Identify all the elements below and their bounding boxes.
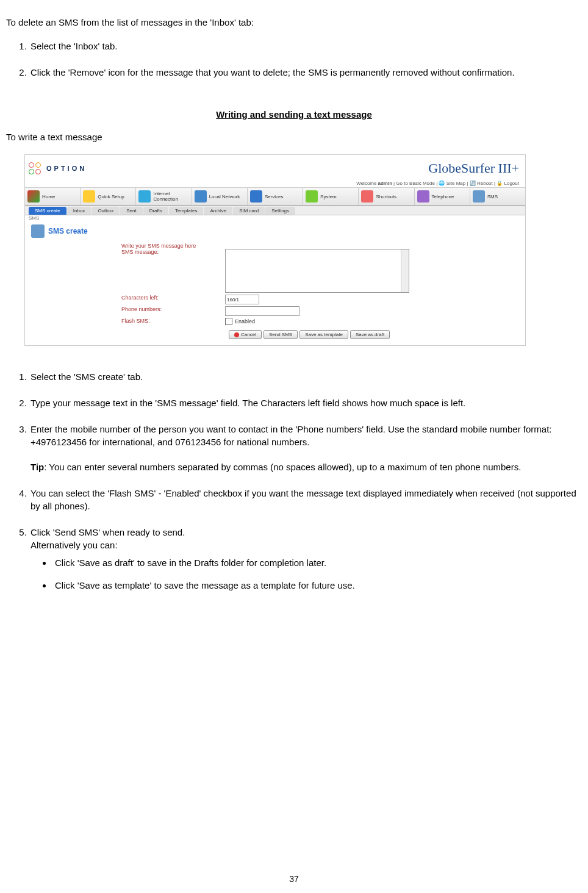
welcome-links[interactable]: | Go to Basic Mode | 🌐 Site Map | 🔄 Rebo… bbox=[393, 181, 519, 186]
sms-icon bbox=[473, 190, 485, 203]
sms-icon bbox=[31, 224, 45, 238]
tab-internet[interactable]: Internet Connection bbox=[136, 188, 192, 205]
network-icon bbox=[195, 190, 207, 203]
ss-header: OPTION GlobeSurfer III+ bbox=[25, 155, 525, 181]
bullet-save-template: Click 'Save as template' to save the mes… bbox=[52, 579, 582, 592]
sms-message-textarea[interactable] bbox=[225, 249, 409, 293]
traffic-dot-icon bbox=[35, 169, 41, 174]
send-sms-button[interactable]: Send SMS bbox=[264, 330, 298, 339]
write-intro: To write a text message bbox=[6, 132, 582, 142]
tab-telephone[interactable]: Telephone bbox=[415, 188, 470, 205]
tab-quick-setup[interactable]: Quick Setup bbox=[81, 188, 136, 205]
subtab-templates[interactable]: Templates bbox=[169, 207, 203, 215]
flash-sms-checkbox[interactable] bbox=[225, 318, 232, 325]
delete-steps-list: Select the 'Inbox' tab. Click the 'Remov… bbox=[6, 40, 582, 79]
welcome-prefix: Welcome bbox=[356, 181, 376, 186]
services-icon bbox=[250, 190, 262, 203]
write-step-3: Enter the mobile number of the person yo… bbox=[29, 423, 582, 473]
write-step-4: You can select the 'Flash SMS' - 'Enable… bbox=[29, 487, 582, 512]
home-icon bbox=[27, 190, 40, 203]
system-icon bbox=[306, 190, 318, 203]
delete-step-1: Select the 'Inbox' tab. bbox=[29, 40, 582, 52]
traffic-dot-icon bbox=[35, 162, 41, 168]
write-steps-list: Select the 'SMS create' tab. Type your m… bbox=[6, 370, 582, 592]
write-step-1: Select the 'SMS create' tab. bbox=[29, 370, 582, 383]
lightning-icon bbox=[83, 190, 95, 203]
phone-icon bbox=[417, 190, 429, 203]
tip-body: : You can enter several numbers separate… bbox=[44, 462, 521, 472]
subtab-settings[interactable]: Settings bbox=[265, 207, 295, 215]
cancel-button[interactable]: Cancel bbox=[229, 330, 262, 339]
save-as-template-button[interactable]: Save as template bbox=[299, 330, 348, 339]
subtab-sent[interactable]: Sent bbox=[120, 207, 142, 215]
tab-home[interactable]: Home bbox=[25, 188, 81, 205]
tip-label: Tip bbox=[30, 462, 44, 472]
tab-local-network[interactable]: Local Network bbox=[192, 188, 248, 205]
write-step-2: Type your message text in the 'SMS messa… bbox=[29, 396, 582, 409]
scrollbar-icon[interactable] bbox=[401, 249, 409, 292]
characters-left-label: Characters left: bbox=[121, 295, 225, 301]
embedded-screenshot: OPTION GlobeSurfer III+ Welcome admin | … bbox=[24, 154, 526, 346]
corner-sms-label: SMS bbox=[25, 215, 525, 221]
section-heading: Writing and sending a text message bbox=[6, 109, 582, 120]
tab-services[interactable]: Services bbox=[248, 188, 303, 205]
subtab-drafts[interactable]: Drafts bbox=[143, 207, 168, 215]
subtab-sim-card[interactable]: SIM card bbox=[233, 207, 265, 215]
delete-step-2: Click the 'Remove' icon for the message … bbox=[29, 66, 582, 79]
tab-sms[interactable]: SMS bbox=[470, 188, 525, 205]
tab-shortcuts[interactable]: Shortcuts bbox=[359, 188, 414, 205]
welcome-user: admin bbox=[378, 181, 392, 186]
subtab-outbox[interactable]: Outbox bbox=[91, 207, 120, 215]
subtab-archive[interactable]: Archive bbox=[204, 207, 232, 215]
form-hint: Write your SMS message here bbox=[121, 243, 520, 249]
subtab-inbox[interactable]: Inbox bbox=[67, 207, 91, 215]
save-as-draft-button[interactable]: Save as draft bbox=[350, 330, 390, 339]
sms-message-label: SMS message: bbox=[121, 249, 225, 255]
cancel-icon bbox=[234, 332, 239, 337]
page-title-row: SMS create bbox=[31, 224, 520, 238]
welcome-bar: Welcome admin | Go to Basic Mode | 🌐 Sit… bbox=[25, 181, 525, 187]
sms-panel: SMS create Write your SMS message here S… bbox=[25, 221, 525, 345]
shortcuts-icon bbox=[361, 190, 373, 203]
brand-globesurfer: GlobeSurfer III+ bbox=[428, 160, 519, 176]
write-step-5: Click 'Send SMS' when ready to send. Alt… bbox=[29, 526, 582, 592]
page-title: SMS create bbox=[48, 227, 88, 235]
globe-icon bbox=[138, 190, 151, 203]
traffic-dot-icon bbox=[29, 169, 34, 174]
phone-numbers-input[interactable] bbox=[225, 306, 299, 316]
subtab-sms-create[interactable]: SMS create bbox=[29, 207, 66, 215]
intro-text: To delete an SMS from the list of messag… bbox=[6, 17, 582, 27]
traffic-dot-icon bbox=[29, 162, 34, 168]
page-number: 37 bbox=[0, 874, 588, 884]
flash-sms-label: Flash SMS: bbox=[121, 318, 225, 324]
tab-system[interactable]: System bbox=[303, 188, 359, 205]
sub-tabs: SMS create Inbox Outbox Sent Drafts Temp… bbox=[25, 206, 525, 215]
bullet-save-draft: Click 'Save as draft' to save in the Dra… bbox=[52, 556, 582, 569]
button-row: Cancel Send SMS Save as template Save as… bbox=[229, 330, 520, 339]
tip-paragraph: Tip: You can enter several numbers separ… bbox=[30, 461, 582, 473]
alternative-actions-list: Click 'Save as draft' to save in the Dra… bbox=[30, 556, 582, 592]
phone-numbers-label: Phone numbers: bbox=[121, 306, 225, 312]
enabled-label: Enabled bbox=[235, 318, 255, 325]
characters-left-value: 160/1 bbox=[225, 295, 259, 304]
brand-option: OPTION bbox=[46, 165, 87, 172]
main-tabs: Home Quick Setup Internet Connection Loc… bbox=[25, 187, 525, 206]
